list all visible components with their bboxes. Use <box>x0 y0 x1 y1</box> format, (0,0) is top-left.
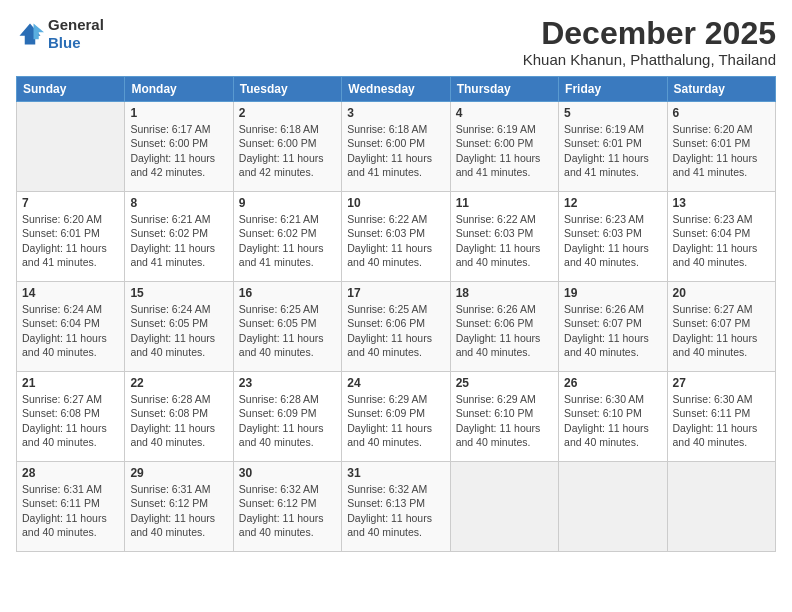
cell-w5-d6 <box>559 462 667 552</box>
cell-w3-d1: 14Sunrise: 6:24 AMSunset: 6:04 PMDayligh… <box>17 282 125 372</box>
day-number: 18 <box>456 286 553 300</box>
day-number: 23 <box>239 376 336 390</box>
day-info: Sunrise: 6:22 AMSunset: 6:03 PMDaylight:… <box>456 212 553 269</box>
day-info: Sunrise: 6:17 AMSunset: 6:00 PMDaylight:… <box>130 122 227 179</box>
day-info: Sunrise: 6:24 AMSunset: 6:05 PMDaylight:… <box>130 302 227 359</box>
day-number: 28 <box>22 466 119 480</box>
logo-blue-text: Blue <box>48 34 81 51</box>
day-info: Sunrise: 6:27 AMSunset: 6:08 PMDaylight:… <box>22 392 119 449</box>
logo: General Blue <box>16 16 104 52</box>
cell-w1-d1 <box>17 102 125 192</box>
cell-w4-d7: 27Sunrise: 6:30 AMSunset: 6:11 PMDayligh… <box>667 372 775 462</box>
day-info: Sunrise: 6:30 AMSunset: 6:11 PMDaylight:… <box>673 392 770 449</box>
cell-w4-d4: 24Sunrise: 6:29 AMSunset: 6:09 PMDayligh… <box>342 372 450 462</box>
day-info: Sunrise: 6:28 AMSunset: 6:09 PMDaylight:… <box>239 392 336 449</box>
day-info: Sunrise: 6:26 AMSunset: 6:06 PMDaylight:… <box>456 302 553 359</box>
day-number: 11 <box>456 196 553 210</box>
weekday-header-row: SundayMondayTuesdayWednesdayThursdayFrid… <box>17 77 776 102</box>
week-row-2: 7Sunrise: 6:20 AMSunset: 6:01 PMDaylight… <box>17 192 776 282</box>
day-number: 12 <box>564 196 661 210</box>
day-info: Sunrise: 6:29 AMSunset: 6:09 PMDaylight:… <box>347 392 444 449</box>
cell-w3-d2: 15Sunrise: 6:24 AMSunset: 6:05 PMDayligh… <box>125 282 233 372</box>
cell-w3-d7: 20Sunrise: 6:27 AMSunset: 6:07 PMDayligh… <box>667 282 775 372</box>
day-number: 4 <box>456 106 553 120</box>
cell-w3-d3: 16Sunrise: 6:25 AMSunset: 6:05 PMDayligh… <box>233 282 341 372</box>
cell-w1-d7: 6Sunrise: 6:20 AMSunset: 6:01 PMDaylight… <box>667 102 775 192</box>
day-info: Sunrise: 6:18 AMSunset: 6:00 PMDaylight:… <box>347 122 444 179</box>
day-info: Sunrise: 6:26 AMSunset: 6:07 PMDaylight:… <box>564 302 661 359</box>
day-info: Sunrise: 6:31 AMSunset: 6:11 PMDaylight:… <box>22 482 119 539</box>
day-info: Sunrise: 6:25 AMSunset: 6:06 PMDaylight:… <box>347 302 444 359</box>
svg-marker-1 <box>34 24 45 40</box>
header-tuesday: Tuesday <box>233 77 341 102</box>
day-number: 7 <box>22 196 119 210</box>
day-info: Sunrise: 6:23 AMSunset: 6:04 PMDaylight:… <box>673 212 770 269</box>
cell-w2-d2: 8Sunrise: 6:21 AMSunset: 6:02 PMDaylight… <box>125 192 233 282</box>
day-number: 9 <box>239 196 336 210</box>
location-subtitle: Khuan Khanun, Phatthalung, Thailand <box>523 51 776 68</box>
day-number: 22 <box>130 376 227 390</box>
header-wednesday: Wednesday <box>342 77 450 102</box>
day-info: Sunrise: 6:30 AMSunset: 6:10 PMDaylight:… <box>564 392 661 449</box>
day-info: Sunrise: 6:27 AMSunset: 6:07 PMDaylight:… <box>673 302 770 359</box>
week-row-3: 14Sunrise: 6:24 AMSunset: 6:04 PMDayligh… <box>17 282 776 372</box>
title-area: December 2025 Khuan Khanun, Phatthalung,… <box>523 16 776 68</box>
cell-w3-d6: 19Sunrise: 6:26 AMSunset: 6:07 PMDayligh… <box>559 282 667 372</box>
day-info: Sunrise: 6:32 AMSunset: 6:13 PMDaylight:… <box>347 482 444 539</box>
header-thursday: Thursday <box>450 77 558 102</box>
cell-w4-d2: 22Sunrise: 6:28 AMSunset: 6:08 PMDayligh… <box>125 372 233 462</box>
day-number: 30 <box>239 466 336 480</box>
day-info: Sunrise: 6:19 AMSunset: 6:00 PMDaylight:… <box>456 122 553 179</box>
day-number: 21 <box>22 376 119 390</box>
cell-w1-d4: 3Sunrise: 6:18 AMSunset: 6:00 PMDaylight… <box>342 102 450 192</box>
week-row-4: 21Sunrise: 6:27 AMSunset: 6:08 PMDayligh… <box>17 372 776 462</box>
day-number: 16 <box>239 286 336 300</box>
day-info: Sunrise: 6:21 AMSunset: 6:02 PMDaylight:… <box>130 212 227 269</box>
day-info: Sunrise: 6:19 AMSunset: 6:01 PMDaylight:… <box>564 122 661 179</box>
day-number: 1 <box>130 106 227 120</box>
day-number: 2 <box>239 106 336 120</box>
week-row-5: 28Sunrise: 6:31 AMSunset: 6:11 PMDayligh… <box>17 462 776 552</box>
cell-w2-d7: 13Sunrise: 6:23 AMSunset: 6:04 PMDayligh… <box>667 192 775 282</box>
cell-w4-d6: 26Sunrise: 6:30 AMSunset: 6:10 PMDayligh… <box>559 372 667 462</box>
day-number: 8 <box>130 196 227 210</box>
day-info: Sunrise: 6:29 AMSunset: 6:10 PMDaylight:… <box>456 392 553 449</box>
cell-w2-d1: 7Sunrise: 6:20 AMSunset: 6:01 PMDaylight… <box>17 192 125 282</box>
cell-w5-d1: 28Sunrise: 6:31 AMSunset: 6:11 PMDayligh… <box>17 462 125 552</box>
day-number: 14 <box>22 286 119 300</box>
day-info: Sunrise: 6:22 AMSunset: 6:03 PMDaylight:… <box>347 212 444 269</box>
day-number: 10 <box>347 196 444 210</box>
cell-w1-d6: 5Sunrise: 6:19 AMSunset: 6:01 PMDaylight… <box>559 102 667 192</box>
cell-w2-d6: 12Sunrise: 6:23 AMSunset: 6:03 PMDayligh… <box>559 192 667 282</box>
day-number: 17 <box>347 286 444 300</box>
header-friday: Friday <box>559 77 667 102</box>
header-sunday: Sunday <box>17 77 125 102</box>
cell-w1-d5: 4Sunrise: 6:19 AMSunset: 6:00 PMDaylight… <box>450 102 558 192</box>
cell-w1-d2: 1Sunrise: 6:17 AMSunset: 6:00 PMDaylight… <box>125 102 233 192</box>
header-monday: Monday <box>125 77 233 102</box>
day-number: 6 <box>673 106 770 120</box>
day-info: Sunrise: 6:20 AMSunset: 6:01 PMDaylight:… <box>22 212 119 269</box>
day-number: 25 <box>456 376 553 390</box>
cell-w2-d5: 11Sunrise: 6:22 AMSunset: 6:03 PMDayligh… <box>450 192 558 282</box>
day-info: Sunrise: 6:21 AMSunset: 6:02 PMDaylight:… <box>239 212 336 269</box>
day-number: 15 <box>130 286 227 300</box>
cell-w5-d5 <box>450 462 558 552</box>
day-info: Sunrise: 6:25 AMSunset: 6:05 PMDaylight:… <box>239 302 336 359</box>
day-info: Sunrise: 6:24 AMSunset: 6:04 PMDaylight:… <box>22 302 119 359</box>
page-header: General Blue December 2025 Khuan Khanun,… <box>16 16 776 68</box>
cell-w5-d4: 31Sunrise: 6:32 AMSunset: 6:13 PMDayligh… <box>342 462 450 552</box>
cell-w5-d3: 30Sunrise: 6:32 AMSunset: 6:12 PMDayligh… <box>233 462 341 552</box>
week-row-1: 1Sunrise: 6:17 AMSunset: 6:00 PMDaylight… <box>17 102 776 192</box>
month-year-title: December 2025 <box>523 16 776 51</box>
cell-w4-d5: 25Sunrise: 6:29 AMSunset: 6:10 PMDayligh… <box>450 372 558 462</box>
cell-w5-d7 <box>667 462 775 552</box>
day-number: 13 <box>673 196 770 210</box>
day-number: 27 <box>673 376 770 390</box>
calendar-table: SundayMondayTuesdayWednesdayThursdayFrid… <box>16 76 776 552</box>
cell-w2-d3: 9Sunrise: 6:21 AMSunset: 6:02 PMDaylight… <box>233 192 341 282</box>
day-number: 19 <box>564 286 661 300</box>
day-number: 24 <box>347 376 444 390</box>
logo-text: General Blue <box>48 16 104 52</box>
logo-icon <box>16 20 44 48</box>
